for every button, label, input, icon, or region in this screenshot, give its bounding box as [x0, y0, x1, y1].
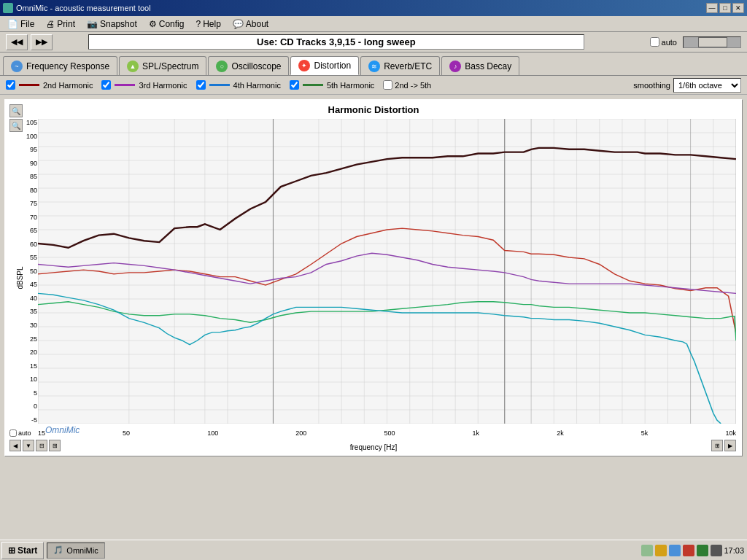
y-tick-105: 105 — [26, 119, 37, 126]
nav-left-button[interactable]: ◀ — [9, 440, 21, 451]
file-icon: 📄 — [7, 19, 18, 29]
zoom-in-icon[interactable]: 🔍 — [9, 104, 23, 117]
x-tick-5k: 5k — [641, 429, 649, 437]
auto-bottom-checkbox[interactable] — [9, 429, 17, 437]
chart-wrapper: 🔍 🔍 Harmonic Distortion dBSPL — [0, 95, 747, 461]
harmonic-4th-checkbox[interactable] — [196, 80, 206, 90]
content-area: 🔍 🔍 Harmonic Distortion dBSPL — [0, 95, 747, 560]
y-tick-10: 10 — [30, 376, 37, 383]
harmonic-2nd-5th-checkbox[interactable] — [383, 80, 392, 90]
y-tick-30: 30 — [30, 322, 37, 329]
nav-right-controls: ⊞ ▶ — [711, 440, 736, 451]
y-tick-80: 80 — [30, 187, 37, 194]
harmonic-5th-check[interactable]: 5th Harmonic — [290, 80, 374, 90]
harmonic-4th-check[interactable]: 4th Harmonic — [196, 80, 281, 90]
menu-file[interactable]: 📄 File — [1, 18, 40, 31]
y-tick-neg5: -5 — [31, 416, 37, 424]
auto-checkbox[interactable] — [650, 37, 659, 47]
menu-print[interactable]: 🖨 Print — [40, 18, 81, 31]
nav-down-button[interactable]: ▼ — [23, 440, 34, 451]
slider-thumb — [698, 37, 727, 47]
x-axis-label: frequency [Hz] — [350, 443, 397, 451]
taskbar-app-item[interactable]: 🎵 OmniMic — [47, 542, 104, 559]
maximize-button[interactable]: □ — [719, 3, 731, 13]
window-title: OmniMic - acoustic measurement tool — [16, 4, 151, 12]
auto-bottom: auto — [9, 429, 31, 437]
taskbar-app-label: OmniMic — [66, 546, 98, 555]
nav-right-button[interactable]: ▶ — [724, 440, 736, 451]
y-tick-75: 75 — [30, 200, 37, 207]
tab-distortion[interactable]: ✦ Distortion — [290, 56, 359, 75]
harmonic-3rd-check[interactable]: 3rd Harmonic — [101, 80, 187, 90]
sys-icon-1 — [641, 545, 653, 556]
tab-oscilloscope[interactable]: ○ Oscilloscope — [208, 56, 289, 75]
minimize-button[interactable]: — — [706, 3, 718, 13]
harmonic-5th-checkbox[interactable] — [290, 80, 299, 90]
spl-icon: ▲ — [127, 61, 139, 72]
harmonic-2nd-label: 2nd Harmonic — [43, 81, 93, 90]
menu-config[interactable]: ⚙ Config — [143, 18, 190, 31]
y-tick-70: 70 — [30, 214, 37, 221]
y-axis-ticks: 105 100 95 90 85 80 75 70 65 60 55 50 45… — [12, 119, 37, 424]
harmonic-2nd-5th-label: 2nd -> 5th — [395, 81, 431, 90]
sys-icon-3 — [669, 545, 681, 556]
smoothing-select[interactable]: 1/6th octave 1/3rd octave 1/12th octave … — [673, 78, 741, 93]
taskbar-right: 17:03 — [641, 545, 747, 556]
y-tick-20: 20 — [30, 349, 37, 356]
title-bar-controls: — □ ✕ — [706, 3, 744, 13]
tab-dist-label: Distortion — [314, 61, 351, 71]
sys-icon-6 — [711, 545, 722, 556]
title-bar-left: OmniMic - acoustic measurement tool — [3, 3, 151, 13]
harmonic-2nd-check[interactable]: 2nd Harmonic — [6, 80, 93, 90]
start-button[interactable]: ⊞ Start — [1, 542, 44, 559]
tab-spl-spectrum[interactable]: ▲ SPL/Spectrum — [119, 56, 206, 75]
menu-about-label: About — [246, 19, 268, 29]
smoothing-label: smoothing — [633, 81, 670, 90]
y-tick-95: 95 — [30, 146, 37, 153]
tab-freq-label: Frequency Response — [26, 61, 109, 71]
tab-bass-decay[interactable]: ♪ Bass Decay — [441, 56, 519, 75]
sys-icon-5 — [697, 545, 708, 556]
harmonic-2nd-checkbox[interactable] — [6, 80, 15, 90]
osc-icon: ○ — [216, 61, 228, 72]
auto-bottom-label: auto — [18, 429, 31, 437]
zoom-out-icon[interactable]: 🔍 — [9, 119, 23, 132]
auto-label: auto — [662, 38, 677, 47]
tab-frequency-response[interactable]: ~ Frequency Response — [3, 56, 117, 75]
track-label: Use: CD Tracks 3,9,15 - long sweep — [88, 34, 584, 50]
y-tick-0: 0 — [34, 402, 37, 410]
x-axis-ticks: 15 50 100 200 500 1k 2k 5k 10k — [38, 427, 736, 440]
x-tick-100: 100 — [207, 429, 218, 437]
harmonic-5th-label: 5th Harmonic — [327, 81, 374, 90]
menu-about[interactable]: 💬 About — [227, 18, 274, 31]
watermark: OmniMic — [45, 425, 80, 435]
harmonic-3rd-label: 3rd Harmonic — [139, 81, 187, 90]
app-window: OmniMic - acoustic measurement tool — □ … — [0, 0, 747, 560]
play-back-button[interactable]: ◀◀ — [6, 34, 28, 50]
nav-shrink-h-button[interactable]: ⊟ — [36, 440, 47, 451]
x-tick-2k: 2k — [557, 429, 564, 437]
title-bar: OmniMic - acoustic measurement tool — □ … — [0, 0, 747, 16]
harmonic-3rd-checkbox[interactable] — [101, 80, 111, 90]
menu-config-label: Config — [159, 19, 185, 29]
tab-reverb-label: Reverb/ETC — [384, 61, 432, 71]
nav-expand-h-button[interactable]: ⊞ — [49, 440, 61, 451]
x-tick-500: 500 — [384, 429, 395, 437]
nav-expand-button[interactable]: ⊞ — [711, 440, 723, 451]
level-slider[interactable] — [683, 36, 741, 48]
x-tick-1k: 1k — [473, 429, 480, 437]
play-forward-button[interactable]: ▶▶ — [31, 34, 53, 50]
y-tick-60: 60 — [30, 241, 37, 248]
menu-snapshot[interactable]: 📷 Snapshot — [81, 18, 143, 31]
zoom-controls: 🔍 🔍 — [9, 104, 23, 132]
close-button[interactable]: ✕ — [732, 3, 744, 13]
tab-reverb[interactable]: ≋ Reverb/ETC — [360, 56, 440, 75]
nav-controls: ◀ ▼ ⊟ ⊞ — [9, 440, 61, 451]
system-icons — [641, 545, 722, 556]
harmonic-2nd-5th-check[interactable]: 2nd -> 5th — [383, 80, 431, 90]
y-tick-55: 55 — [30, 254, 37, 261]
harmonic-2nd-color — [19, 84, 39, 86]
x-tick-50: 50 — [123, 429, 130, 437]
menu-help[interactable]: ? Help — [190, 18, 226, 31]
chart-svg — [38, 119, 736, 424]
